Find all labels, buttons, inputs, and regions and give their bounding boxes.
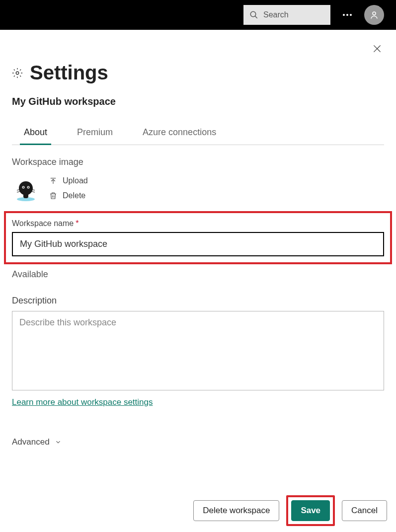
settings-panel: Settings My GitHub workspace About Premi…	[0, 30, 396, 532]
description-input[interactable]	[12, 311, 384, 390]
page-title: Settings	[30, 62, 108, 84]
more-button[interactable]	[340, 11, 354, 18]
tab-azure-connections[interactable]: Azure connections	[143, 127, 216, 145]
gear-icon	[12, 68, 23, 78]
svg-point-13	[28, 187, 29, 188]
svg-point-4	[350, 14, 352, 16]
svg-line-1	[255, 16, 257, 18]
upload-label: Upload	[63, 176, 88, 185]
workspace-name-input[interactable]	[12, 232, 384, 256]
upload-icon	[49, 176, 58, 185]
workspace-image-label: Workspace image	[12, 157, 384, 167]
search-icon	[249, 10, 258, 19]
trash-icon	[49, 191, 58, 200]
save-button[interactable]: Save	[291, 500, 330, 521]
upload-button[interactable]: Upload	[49, 176, 88, 185]
learn-more-link[interactable]: Learn more about workspace settings	[12, 397, 384, 407]
close-button[interactable]	[370, 42, 384, 56]
svg-point-0	[250, 11, 256, 17]
search-box[interactable]	[243, 5, 330, 25]
save-highlight: Save	[286, 495, 335, 526]
required-asterisk: *	[76, 219, 79, 228]
workspace-image	[12, 174, 40, 202]
user-avatar[interactable]	[364, 5, 384, 25]
tabs: About Premium Azure connections	[12, 127, 384, 145]
delete-workspace-button[interactable]: Delete workspace	[193, 500, 279, 521]
cancel-button[interactable]: Cancel	[342, 500, 387, 521]
workspace-name-label: Workspace name*	[12, 219, 384, 228]
footer-buttons: Delete workspace Save Cancel	[193, 495, 387, 526]
svg-point-5	[373, 12, 376, 15]
delete-image-button[interactable]: Delete	[49, 191, 88, 200]
svg-point-3	[346, 14, 348, 16]
workspace-name-highlight: Workspace name*	[4, 211, 392, 264]
delete-image-label: Delete	[63, 191, 85, 200]
top-bar	[0, 0, 396, 30]
tab-about[interactable]: About	[24, 127, 47, 145]
name-status: Available	[12, 269, 384, 280]
workspace-image-row: Upload Delete	[12, 174, 384, 202]
description-label: Description	[12, 296, 384, 306]
search-input[interactable]	[263, 10, 324, 19]
svg-point-8	[16, 72, 19, 75]
tab-premium[interactable]: Premium	[77, 127, 113, 145]
workspace-name-heading: My GitHub workspace	[12, 96, 384, 107]
svg-point-12	[23, 187, 24, 188]
advanced-toggle[interactable]: Advanced	[12, 437, 384, 447]
chevron-down-icon	[55, 439, 62, 446]
svg-point-2	[343, 14, 345, 16]
advanced-label: Advanced	[12, 437, 50, 447]
